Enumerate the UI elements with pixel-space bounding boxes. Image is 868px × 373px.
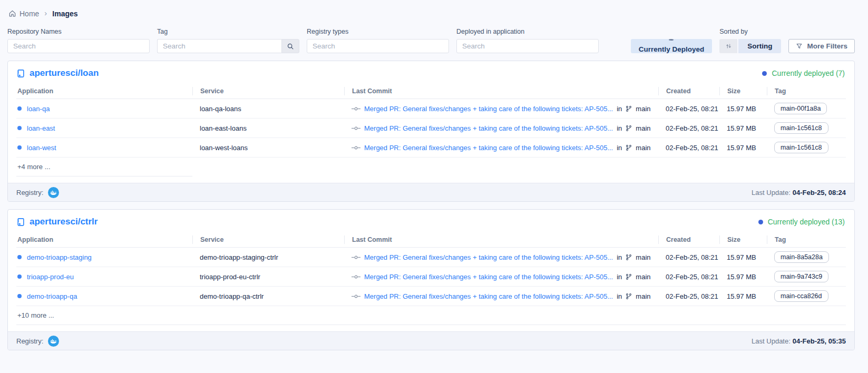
created-value: 02-Feb-25, 08:21 xyxy=(658,273,719,281)
app-status-dot xyxy=(17,106,22,111)
table-header-row: Application Service Last Commit Created … xyxy=(16,232,846,248)
git-branch-icon xyxy=(626,254,632,261)
tag-label: Tag xyxy=(157,28,299,36)
application-link[interactable]: trioapp-prod-eu xyxy=(27,273,74,281)
app-status-dot xyxy=(17,294,22,298)
app-status-dot xyxy=(17,126,22,130)
service-name: demo-trioapp-qa-ctrlr xyxy=(192,292,344,300)
breadcrumb-home-link[interactable]: Home xyxy=(8,9,39,18)
deployed-dot-icon xyxy=(758,220,763,224)
breadcrumb-current: Images xyxy=(52,9,77,18)
col-header-last-commit: Last Commit xyxy=(344,235,658,244)
repo-card-header: aperturesci/loan Currently deployed (7) xyxy=(8,61,854,83)
docker-registry-icon xyxy=(48,336,59,347)
table-row: loan-east loan-east-loans Merged PR: Gen… xyxy=(16,119,846,138)
size-value: 15.97 MB xyxy=(719,144,767,152)
size-value: 15.97 MB xyxy=(719,253,767,261)
sort-direction-button[interactable] xyxy=(719,39,737,53)
image-tag-badge: main-1c561c8 xyxy=(774,142,828,153)
image-tag-badge: main-8a5a28a xyxy=(774,251,829,263)
commit-message-link[interactable]: Merged PR: General fixes/changes + takin… xyxy=(364,273,613,281)
image-tag-badge: main-1c561c8 xyxy=(774,122,828,134)
sorting-control[interactable]: Sorting xyxy=(719,39,781,53)
filter-sorted-by: Sorted by Sorting xyxy=(719,28,781,53)
deployed-dot-icon xyxy=(762,71,767,76)
breadcrumb-home-label: Home xyxy=(19,9,39,18)
created-value: 02-Feb-25, 08:21 xyxy=(658,124,719,132)
application-link[interactable]: loan-west xyxy=(27,144,56,152)
images-table: Application Service Last Commit Created … xyxy=(8,83,854,176)
branch-name: main xyxy=(636,124,650,132)
application-link[interactable]: demo-trioapp-staging xyxy=(27,253,92,261)
image-tag-badge: main-cca826d xyxy=(774,290,828,302)
commit-message-link[interactable]: Merged PR: General fixes/changes + takin… xyxy=(364,124,613,132)
table-row: trioapp-prod-eu trioapp-prod-eu-ctrlr Me… xyxy=(16,267,846,287)
created-value: 02-Feb-25, 08:21 xyxy=(658,144,719,152)
docker-registry-icon xyxy=(48,187,59,198)
col-header-created: Created xyxy=(658,87,719,95)
app-status-dot xyxy=(17,145,22,150)
service-name: loan-west-loans xyxy=(192,144,344,152)
more-filters-button[interactable]: More Filters xyxy=(788,39,855,53)
size-value: 15.97 MB xyxy=(719,105,767,113)
show-more-rows-link[interactable]: +10 more ... xyxy=(16,306,846,325)
service-name: demo-trioapp-staging-ctrlr xyxy=(192,253,344,261)
currently-deployed-dot xyxy=(669,39,674,41)
last-update-value: 04-Feb-25, 05:35 xyxy=(793,337,846,345)
commit-message-link[interactable]: Merged PR: General fixes/changes + takin… xyxy=(364,253,613,261)
deployed-in-application-input[interactable] xyxy=(456,39,599,53)
application-link[interactable]: loan-qa xyxy=(27,105,50,113)
tag-input[interactable] xyxy=(157,39,281,53)
commit-message-link[interactable]: Merged PR: General fixes/changes + takin… xyxy=(364,144,613,152)
commit-in-label: in xyxy=(617,292,622,300)
commit-in-label: in xyxy=(617,144,622,152)
col-header-size: Size xyxy=(719,87,767,95)
git-commit-icon xyxy=(352,274,360,279)
repo-card: aperturesci/ctrlr Currently deployed (13… xyxy=(7,209,855,350)
more-rows-label: +4 more ... xyxy=(16,158,192,176)
repository-names-input[interactable] xyxy=(7,39,150,53)
application-link[interactable]: demo-trioapp-qa xyxy=(27,292,77,300)
repo-title-link[interactable]: aperturesci/loan xyxy=(16,68,99,78)
search-icon xyxy=(287,43,294,50)
table-row: demo-trioapp-staging demo-trioapp-stagin… xyxy=(16,248,846,267)
registry-label: Registry: xyxy=(16,337,43,345)
images-page: Home › Images Repository Names Tag Regis… xyxy=(0,0,868,350)
service-name: loan-east-loans xyxy=(192,124,344,132)
filter-tag: Tag xyxy=(157,28,299,53)
size-value: 15.97 MB xyxy=(719,124,767,132)
branch-name: main xyxy=(636,105,650,113)
repo-name: aperturesci/ctrlr xyxy=(30,217,97,227)
repo-card-header: aperturesci/ctrlr Currently deployed (13… xyxy=(8,210,854,232)
repo-card-footer: Registry: Last Update:04-Feb-25, 05:35 xyxy=(8,331,854,350)
table-row: demo-trioapp-qa demo-trioapp-qa-ctrlr Me… xyxy=(16,287,846,306)
commit-in-label: in xyxy=(617,124,622,132)
deployed-count-text: Currently deployed (7) xyxy=(772,69,845,77)
table-header-row: Application Service Last Commit Created … xyxy=(16,83,846,99)
registry-types-input[interactable] xyxy=(307,39,449,53)
last-update-label: Last Update: xyxy=(752,337,791,345)
filter-bar: Repository Names Tag Registry types Depl… xyxy=(7,28,855,53)
application-link[interactable]: loan-east xyxy=(27,124,55,132)
commit-message-link[interactable]: Merged PR: General fixes/changes + takin… xyxy=(364,292,613,300)
commit-in-label: in xyxy=(617,273,622,281)
git-commit-icon xyxy=(352,126,360,131)
col-header-application: Application xyxy=(16,87,192,95)
created-value: 02-Feb-25, 08:21 xyxy=(658,253,719,261)
image-tag-badge: main-00f1a8a xyxy=(774,103,827,114)
show-more-rows-link[interactable]: +4 more ... xyxy=(16,158,846,176)
currently-deployed-toggle[interactable]: Currently Deployed xyxy=(631,39,713,53)
app-status-dot xyxy=(17,274,22,279)
created-value: 02-Feb-25, 08:21 xyxy=(658,292,719,300)
repo-title-link[interactable]: aperturesci/ctrlr xyxy=(16,217,97,227)
table-row: loan-qa loan-qa-loans Merged PR: General… xyxy=(16,99,846,119)
git-commit-icon xyxy=(352,106,360,111)
commit-in-label: in xyxy=(617,253,622,261)
app-status-dot xyxy=(17,255,22,259)
last-update: Last Update:04-Feb-25, 08:24 xyxy=(752,189,846,197)
tag-search-button[interactable] xyxy=(281,39,299,53)
git-commit-icon xyxy=(352,145,360,150)
sorting-dropdown[interactable]: Sorting xyxy=(738,39,781,53)
commit-message-link[interactable]: Merged PR: General fixes/changes + takin… xyxy=(364,105,613,113)
images-table: Application Service Last Commit Created … xyxy=(8,232,854,325)
